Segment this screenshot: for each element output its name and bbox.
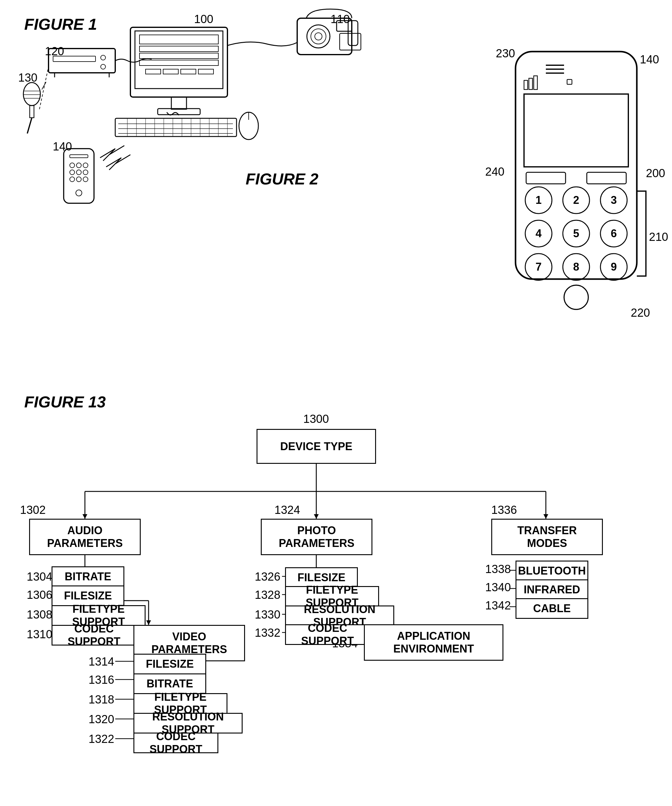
video-codec-box: CODEC SUPPORT [134,733,218,753]
ref-1318: 1318 [89,693,114,706]
audio-bitrate-box: BITRATE [51,567,124,587]
svg-text:9: 9 [611,261,617,273]
audio-codec-box: CODEC SUPPORT [51,625,137,646]
page: 1 2 3 4 5 6 7 8 9 [0,0,672,806]
figure1-label: FIGURE 1 [24,15,97,33]
svg-point-60 [83,177,88,182]
svg-rect-7 [163,69,178,74]
ref-1342: 1342 [485,599,511,612]
svg-rect-73 [587,172,626,184]
svg-point-31 [307,25,330,48]
ref-220: 220 [631,306,650,319]
svg-rect-47 [30,106,34,118]
svg-point-61 [76,190,82,196]
svg-point-56 [76,170,81,175]
application-environment-box: APPLICATION ENVIRONMENT [364,624,504,661]
svg-rect-8 [181,69,196,74]
ref-1326: 1326 [255,570,281,583]
ref-1310: 1310 [27,628,53,641]
svg-point-57 [83,170,88,175]
device-type-box: DEVICE TYPE [256,429,376,464]
photo-codec-box: CODEC SUPPORT [285,624,370,645]
ref-1332: 1332 [255,626,281,639]
svg-point-58 [70,177,74,182]
svg-point-39 [101,55,106,60]
svg-text:4: 4 [535,227,542,239]
svg-rect-69 [534,76,537,89]
svg-rect-72 [526,172,566,184]
ref-1316: 1316 [89,674,114,687]
infrared-box: INFRARED [515,580,588,600]
svg-point-32 [311,29,326,44]
cable-box: CABLE [515,598,588,619]
ref-1328: 1328 [255,588,281,601]
ref-1330: 1330 [255,608,281,621]
photo-parameters-box: PHOTO PARAMETERS [261,519,372,555]
svg-rect-10 [171,97,187,109]
ref-1306: 1306 [27,588,53,601]
svg-point-33 [315,33,322,40]
svg-text:8: 8 [573,261,579,273]
ref-1304: 1304 [27,570,53,583]
ref-1302: 1302 [20,504,46,517]
ref-100: 100 [194,13,213,26]
ref-140a: 140 [53,140,72,153]
figure13-label: FIGURE 13 [24,393,106,411]
bluetooth-box: BLUETOOTH [515,561,588,581]
ref-110: 110 [330,13,350,26]
ref-200: 200 [646,167,665,180]
ref-1338: 1338 [485,563,511,576]
svg-rect-70 [567,79,572,84]
svg-marker-121 [543,514,548,519]
svg-rect-50 [64,149,94,203]
svg-point-55 [70,170,74,175]
ref-240: 240 [485,165,504,178]
ref-120: 120 [45,45,64,58]
ref-230: 230 [496,47,515,60]
ref-140b: 140 [640,53,659,66]
svg-point-52 [70,163,74,168]
svg-point-92 [564,285,588,309]
svg-text:2: 2 [573,194,579,206]
svg-rect-51 [70,155,88,158]
svg-rect-6 [145,69,161,74]
ref-1322: 1322 [89,733,114,746]
svg-rect-67 [524,80,528,89]
svg-point-53 [76,163,81,168]
svg-point-59 [76,177,81,182]
svg-marker-122 [146,620,151,625]
svg-line-48 [27,118,32,134]
svg-text:6: 6 [611,227,617,239]
svg-rect-2 [139,35,218,44]
svg-rect-3 [139,46,218,51]
svg-rect-4 [139,53,218,59]
svg-rect-68 [529,78,533,89]
ref-1340: 1340 [485,581,511,594]
svg-point-40 [101,64,106,69]
figure2-label: FIGURE 2 [246,170,319,188]
svg-point-54 [83,163,88,168]
video-filesize-box: FILESIZE [134,654,206,674]
audio-parameters-box: AUDIO PARAMETERS [29,519,141,555]
ref-1336: 1336 [491,504,517,517]
ref-1320: 1320 [89,713,114,726]
transfer-modes-box: TRANSFER MODES [491,519,603,555]
svg-rect-9 [198,69,213,74]
ref-130: 130 [18,71,37,84]
svg-rect-5 [139,60,218,66]
svg-point-43 [23,83,40,106]
svg-text:5: 5 [573,227,579,239]
ref-1314: 1314 [89,655,114,668]
svg-text:1: 1 [535,194,542,206]
svg-text:7: 7 [535,261,542,273]
ref-1308: 1308 [27,608,53,621]
ref-1300: 1300 [303,413,329,426]
ref-1324: 1324 [274,504,300,517]
svg-text:3: 3 [611,194,617,206]
svg-line-49 [40,67,48,109]
svg-marker-119 [83,514,88,519]
svg-marker-120 [314,514,319,519]
svg-rect-0 [130,27,228,97]
ref-210: 210 [649,231,668,244]
svg-rect-71 [524,94,628,167]
